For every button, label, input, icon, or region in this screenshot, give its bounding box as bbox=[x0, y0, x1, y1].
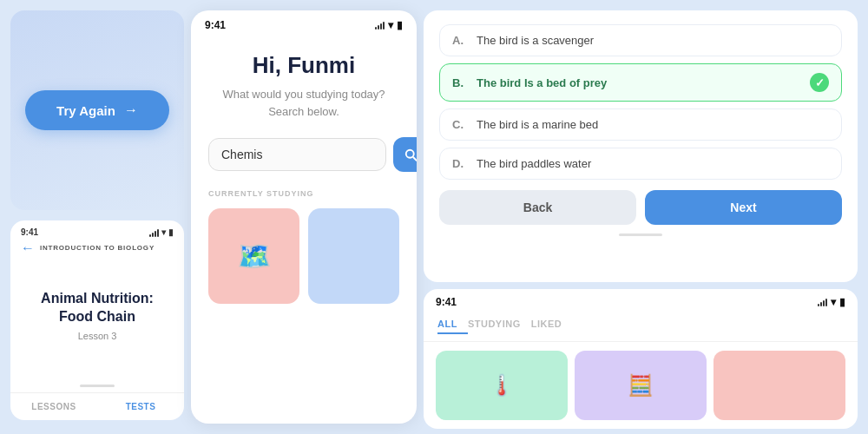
next-button[interactable]: Next bbox=[645, 190, 842, 225]
center-battery-icon: ▮ bbox=[397, 19, 403, 31]
mini-card-calculator[interactable]: 🧮 bbox=[575, 351, 707, 420]
status-icons: ▾ ▮ bbox=[149, 227, 174, 237]
option-a-text: The bird is a scavenger bbox=[477, 34, 594, 47]
home-content: Hi, Funmi What would you studying today?… bbox=[191, 35, 417, 424]
back-button[interactable]: Back bbox=[439, 190, 636, 225]
time-display: 9:41 bbox=[21, 227, 38, 237]
search-row bbox=[208, 137, 399, 172]
try-again-button[interactable]: Try Again → bbox=[25, 90, 169, 130]
option-a-letter: A. bbox=[452, 34, 468, 47]
battery-icon: ▮ bbox=[168, 227, 174, 237]
option-b-row[interactable]: B. The bird Is a bed of prey ✓ bbox=[439, 63, 842, 102]
filter-signal-icon bbox=[818, 298, 827, 306]
filter-time: 9:41 bbox=[436, 296, 457, 308]
tab-tests[interactable]: TESTS bbox=[97, 393, 184, 420]
mini-cards-row: 🌡️ 🧮 bbox=[424, 342, 858, 429]
filter-tab-liked[interactable]: LIKED bbox=[531, 315, 573, 334]
option-c-letter: C. bbox=[452, 118, 468, 131]
greeting-subtext: What would you studying today? Search be… bbox=[208, 86, 399, 120]
home-panel: 9:41 ▾ ▮ Hi, Funmi What would you studyi… bbox=[191, 10, 417, 424]
option-c-row[interactable]: C. The bird is a marine bed bbox=[439, 108, 842, 141]
study-card-map[interactable]: 🗺️ bbox=[208, 208, 299, 304]
filter-panel: 9:41 ▾ ▮ ALL STUDYING LIKED 🌡️ 🧮 bbox=[424, 289, 858, 429]
try-again-label: Try Again bbox=[56, 103, 115, 118]
filter-status-icons: ▾ ▮ bbox=[818, 296, 845, 308]
option-d-text: The bird paddles water bbox=[477, 157, 591, 170]
lesson-number: Lesson 3 bbox=[78, 331, 117, 341]
course-panel: 9:41 ▾ ▮ ← Introduction to Biology Anima… bbox=[10, 220, 184, 420]
filter-tab-all[interactable]: ALL bbox=[437, 315, 468, 334]
option-d-letter: D. bbox=[452, 157, 468, 170]
option-d-row[interactable]: D. The bird paddles water bbox=[439, 148, 842, 180]
try-again-panel: Try Again → bbox=[10, 10, 184, 210]
filter-tab-studying[interactable]: STUDYING bbox=[468, 315, 531, 334]
course-nav-title: Introduction to Biology bbox=[40, 244, 155, 252]
center-status-icons: ▾ ▮ bbox=[375, 19, 403, 31]
greeting-text: Hi, Funmi bbox=[208, 52, 399, 79]
center-signal-icon bbox=[375, 21, 385, 30]
option-b-text: The bird Is a bed of prey bbox=[477, 76, 607, 89]
search-input[interactable] bbox=[208, 138, 386, 171]
filter-status-bar: 9:41 ▾ ▮ bbox=[424, 289, 858, 312]
mini-card-thermometer[interactable]: 🌡️ bbox=[436, 351, 568, 420]
quiz-scroll-indicator bbox=[619, 233, 662, 236]
arrow-icon: → bbox=[124, 102, 138, 118]
option-b-letter: B. bbox=[452, 76, 468, 89]
lesson-title: Animal Nutrition: Food Chain bbox=[24, 290, 170, 326]
nav-row: ← Introduction to Biology bbox=[10, 240, 184, 255]
status-bar: 9:41 ▾ ▮ bbox=[10, 220, 184, 240]
center-time: 9:41 bbox=[205, 19, 226, 31]
option-c-text: The bird is a marine bed bbox=[477, 118, 598, 131]
filter-wifi-icon: ▾ bbox=[831, 296, 836, 308]
quiz-panel: A. The bird is a scavenger B. The bird I… bbox=[424, 10, 858, 282]
center-status-bar: 9:41 ▾ ▮ bbox=[191, 10, 417, 35]
study-card-blue[interactable] bbox=[308, 208, 399, 304]
filter-tabs: ALL STUDYING LIKED bbox=[424, 312, 858, 342]
course-content: Animal Nutrition: Food Chain Lesson 3 bbox=[10, 255, 184, 385]
search-button[interactable] bbox=[393, 137, 417, 172]
back-arrow-icon[interactable]: ← bbox=[21, 240, 35, 256]
quiz-actions: Back Next bbox=[439, 190, 842, 225]
scroll-indicator bbox=[80, 385, 115, 387]
section-label: CURRENTLY STUDYING bbox=[208, 189, 399, 198]
wifi-icon: ▾ bbox=[161, 227, 166, 237]
mini-card-red[interactable] bbox=[713, 351, 845, 420]
tab-lessons[interactable]: LESSONS bbox=[10, 393, 97, 420]
filter-battery-icon: ▮ bbox=[839, 296, 845, 308]
study-cards-row: 🗺️ bbox=[208, 208, 399, 304]
option-a-row[interactable]: A. The bird is a scavenger bbox=[439, 24, 842, 56]
center-wifi-icon: ▾ bbox=[388, 19, 393, 31]
signal-icon bbox=[149, 228, 159, 237]
course-tabs: LESSONS TESTS bbox=[10, 392, 184, 420]
check-icon: ✓ bbox=[810, 73, 829, 92]
right-column: A. The bird is a scavenger B. The bird I… bbox=[424, 10, 858, 429]
search-icon bbox=[403, 147, 417, 162]
